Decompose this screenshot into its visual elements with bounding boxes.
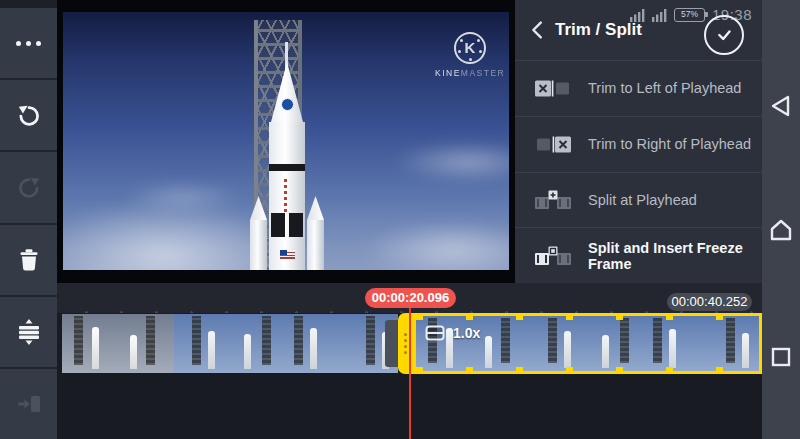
thumbnail [473,316,530,371]
clip-speed-badge: 1.0x [425,325,480,341]
redo-button-disabled[interactable] [0,152,57,224]
cloud [363,220,509,270]
undo-button[interactable] [0,80,57,152]
booster-cone [307,196,324,220]
thumbnail [645,316,702,371]
thumbnail [230,314,286,373]
trim-split-panel: 57% 19:38 Trim / Split [515,0,762,283]
split-playhead-icon [533,190,573,210]
cloud [123,182,243,212]
speed-badge-icon [425,325,445,341]
thumbnail [62,314,118,373]
thumbnail [174,314,230,373]
thumbnail [588,316,645,371]
current-time-badge: 00:00:20.096 [365,288,456,308]
redo-icon [16,174,42,200]
total-duration-badge: 00:00:40.252 [667,293,752,311]
rocket-upper-stage [269,122,305,164]
timeline[interactable]: 00:00:20.096 00:00:40.252 [57,283,762,439]
kinemaster-app: K KINEMASTER 57% 19:38 Trim / Split [0,0,800,439]
signal-icon [652,8,667,22]
nav-back-icon [767,92,795,120]
toolbar-sidebar [0,0,57,439]
thumbnail [118,314,174,373]
undo-icon [16,102,42,128]
back-chevron-icon[interactable] [525,17,551,43]
rocket-panel [271,213,285,237]
more-icon [16,41,41,46]
nasa-logo [281,98,294,111]
menu-item-freeze-frame[interactable]: Split and Insert Freeze Frame [515,227,762,283]
menu-item-label: Trim to Right of Playhead [588,136,751,152]
capture-frame-icon [15,390,43,418]
menu-item-label: Split at Playhead [588,192,697,208]
us-flag [280,250,295,259]
confirm-button[interactable] [704,15,744,55]
kinemaster-logo-icon: K [454,32,486,64]
clip-adjust-button[interactable] [0,297,57,369]
booster-right [307,220,324,270]
rocket-interstage [269,164,305,171]
freeze-frame-icon [533,246,573,266]
menu-item-trim-right[interactable]: Trim to Right of Playhead [515,116,762,172]
panel-title: Trim / Split [555,20,642,40]
sidebar-top-strip [0,0,57,8]
delete-button[interactable] [0,225,57,297]
nav-home-icon [767,216,795,244]
layers-adjust-icon [15,318,43,346]
more-options-button[interactable] [0,8,57,80]
signal-icon [630,8,645,22]
menu-item-label: Split and Insert Freeze Frame [588,240,762,272]
capture-button-disabled[interactable] [0,369,57,439]
nav-home-button[interactable] [767,216,795,244]
trim-split-menu: Trim to Left of Playhead Trim to Right o… [515,60,762,283]
thumbnail [286,314,342,373]
nav-recents-button[interactable] [767,343,795,371]
clip-thumbnails-left[interactable] [62,314,398,373]
clip-speed-label: 1.0x [453,325,480,341]
video-preview[interactable]: K KINEMASTER [57,0,515,283]
trim-right-icon [533,135,573,154]
menu-item-split[interactable]: Split at Playhead [515,172,762,228]
kinemaster-watermark: K KINEMASTER [435,32,505,78]
cloud [393,142,509,182]
battery-icon: 57% [674,8,705,22]
playhead-line[interactable] [409,306,411,439]
rocket-lettering [284,178,287,212]
menu-item-label: Trim to Left of Playhead [588,80,741,96]
android-nav-bar [762,0,800,439]
trash-icon [15,246,43,274]
nav-back-button[interactable] [767,92,795,120]
booster-left [250,220,267,270]
trim-left-icon [533,79,573,98]
check-icon [713,24,735,46]
thumbnail [530,316,587,371]
selected-clip[interactable]: 1.0x [413,313,762,374]
watermark-text: KINEMASTER [435,68,505,78]
rocket-panel [289,213,303,237]
menu-item-trim-left[interactable]: Trim to Left of Playhead [515,60,762,116]
watermark-letter: K [465,39,476,56]
nav-recents-icon [767,343,795,371]
video-frame: K KINEMASTER [63,12,509,270]
thumbnail [702,316,759,371]
